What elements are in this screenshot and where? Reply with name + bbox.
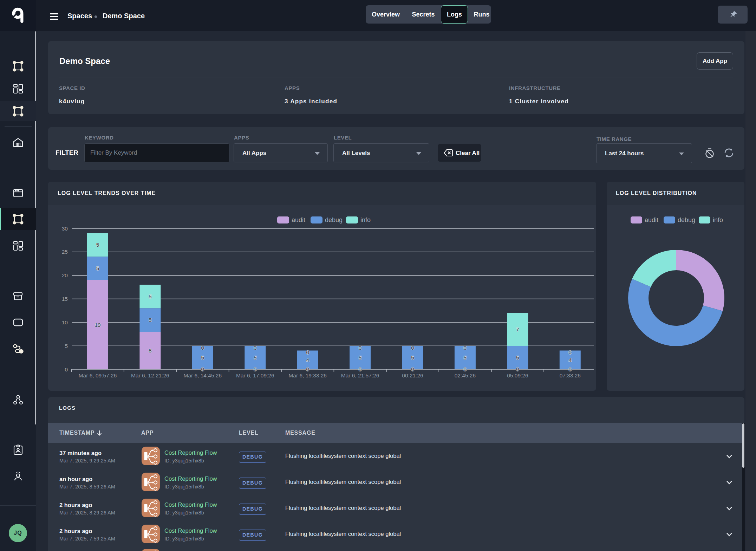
svg-text:0: 0 [201,366,204,372]
svg-text:10: 10 [62,319,68,325]
svg-text:debug: debug [678,216,695,223]
svg-text:5: 5 [516,355,519,361]
svg-text:Mar 6, 09:57:26: Mar 6, 09:57:26 [79,372,117,378]
svg-text:0: 0 [254,366,257,372]
svg-text:info: info [360,216,371,223]
svg-text:0: 0 [516,366,519,372]
svg-text:15: 15 [62,296,68,302]
svg-text:7: 7 [516,326,519,332]
svg-text:4: 4 [306,357,309,363]
svg-text:Mar 6, 17:09:26: Mar 6, 17:09:26 [236,372,274,378]
svg-text:20: 20 [62,272,68,278]
svg-text:07:33:26: 07:33:26 [560,372,581,378]
svg-text:5: 5 [201,355,204,361]
svg-text:00:21:26: 00:21:26 [402,372,423,378]
svg-text:25: 25 [62,249,68,255]
svg-text:0: 0 [254,345,257,351]
svg-text:0: 0 [464,345,467,351]
svg-text:0: 0 [201,345,204,351]
svg-text:5: 5 [149,293,152,299]
svg-text:Mar 6, 19:33:26: Mar 6, 19:33:26 [288,372,327,378]
svg-text:5: 5 [96,242,99,248]
svg-text:0: 0 [568,349,572,355]
svg-text:5: 5 [464,355,467,361]
svg-text:Mar 6, 21:57:26: Mar 6, 21:57:26 [341,372,379,378]
svg-text:0: 0 [411,345,414,351]
svg-text:Mar 6, 14:45:26: Mar 6, 14:45:26 [184,372,222,378]
svg-text:audit: audit [645,216,658,223]
svg-text:19: 19 [94,322,100,328]
svg-text:0: 0 [411,366,414,372]
svg-text:5: 5 [254,355,257,361]
svg-text:0: 0 [306,366,309,372]
svg-text:5: 5 [96,265,99,271]
svg-text:audit: audit [292,216,305,223]
svg-text:30: 30 [62,226,68,232]
svg-text:5: 5 [65,343,68,349]
svg-text:Mar 6, 12:21:26: Mar 6, 12:21:26 [131,372,169,378]
svg-text:0: 0 [359,366,362,372]
svg-text:0: 0 [568,366,572,372]
svg-text:debug: debug [325,216,343,223]
svg-text:0: 0 [306,349,309,355]
svg-text:0: 0 [65,367,68,372]
svg-text:5: 5 [359,355,362,361]
svg-text:05:09:26: 05:09:26 [507,372,528,378]
svg-text:info: info [713,216,723,223]
svg-text:0: 0 [464,366,467,372]
svg-text:0: 0 [359,345,362,351]
svg-text:4: 4 [568,357,572,363]
svg-text:5: 5 [149,317,152,323]
svg-text:8: 8 [149,348,152,354]
svg-text:5: 5 [411,355,414,361]
svg-text:02:45:26: 02:45:26 [455,372,476,378]
